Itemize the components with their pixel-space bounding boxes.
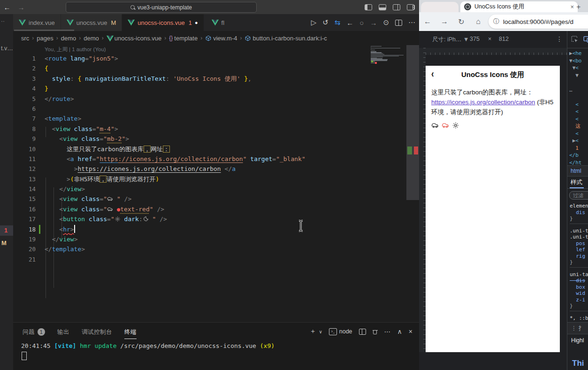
dom-tree-row[interactable]: ▼<bo bbox=[569, 57, 582, 65]
code-line-6[interactable]: 6 bbox=[13, 104, 419, 114]
terminal-instance[interactable]: >_ node bbox=[329, 328, 352, 335]
css-rule-line[interactable]: rig bbox=[570, 253, 588, 260]
customize-layout-icon[interactable] bbox=[407, 4, 414, 10]
dom-tree-row[interactable] bbox=[569, 93, 582, 101]
styles-filter-input[interactable]: 过滤 bbox=[569, 191, 588, 200]
devtools-drawer-menu[interactable]: ⋮ 扌 bbox=[567, 322, 588, 334]
history-forward-icon[interactable]: → bbox=[14, 3, 28, 11]
code-line-10[interactable]: 10 这里只装了carbon的图表库，网址： bbox=[13, 144, 419, 154]
code-line-11[interactable]: 11 <a href="https://icones.js.org/collec… bbox=[13, 154, 419, 164]
page-link[interactable]: https://icones.js.org/collection/carbon bbox=[431, 99, 535, 106]
breadcrumb-item[interactable]: src bbox=[21, 35, 29, 42]
dom-tree-row[interactable]: 这 bbox=[569, 123, 582, 130]
panel-maximize-icon[interactable]: ∧ bbox=[397, 328, 402, 335]
dom-tree-row[interactable]: < bbox=[569, 130, 582, 138]
breadcrumb-item[interactable]: demo bbox=[61, 35, 76, 42]
toggle-panel-icon[interactable] bbox=[379, 4, 386, 10]
inspect-element-icon[interactable] bbox=[571, 35, 579, 43]
editor-action-icon-2[interactable]: ⇆ bbox=[335, 18, 341, 27]
elements-breadcrumb[interactable]: html bbox=[567, 165, 588, 177]
panel-more-icon[interactable]: ⋯ bbox=[384, 328, 391, 335]
dom-tree-row[interactable]: < bbox=[569, 108, 582, 116]
dom-tree-row[interactable]: < bbox=[569, 116, 582, 123]
panel-tab-调试控制台[interactable]: 调试控制台 bbox=[82, 328, 112, 336]
css-rule-line[interactable]: pos bbox=[570, 240, 588, 247]
css-rule-line[interactable]: uni-ta bbox=[570, 271, 588, 278]
address-bar[interactable]: ⓘ localhost:9000/#/pages/d bbox=[489, 15, 588, 29]
breadcrumb[interactable]: src›pages›demo›demo›unocss-icons.vue›{}t… bbox=[21, 32, 419, 44]
editor-tab-unocss-icons.vue[interactable]: unocss-icons.vue1● bbox=[122, 14, 204, 31]
dom-tree-row[interactable]: ▶<he bbox=[569, 50, 582, 57]
css-rule-line[interactable]: .uni-t bbox=[570, 234, 588, 240]
breadcrumb-item[interactable]: unocss-icons.vue bbox=[107, 35, 161, 42]
browser-home-icon[interactable]: ⌂ bbox=[470, 17, 487, 26]
device-height[interactable]: 812 bbox=[499, 36, 509, 42]
css-rule-line[interactable]: } bbox=[570, 259, 588, 266]
toggle-sidebar-icon[interactable] bbox=[365, 4, 372, 10]
editor-action-icon-5[interactable]: → bbox=[370, 19, 377, 27]
code-line-12[interactable]: 12 >https://icones.js.org/collection/car… bbox=[13, 164, 419, 174]
code-line-20[interactable]: 20</template> bbox=[13, 244, 419, 254]
unsaved-dot-icon[interactable]: ● bbox=[195, 20, 198, 25]
code-line-4[interactable]: 4} bbox=[13, 84, 419, 93]
history-back-icon[interactable]: ← bbox=[0, 3, 14, 11]
dom-tree-row[interactable]: < bbox=[569, 101, 582, 108]
editor-action-icon-1[interactable]: ↺ bbox=[322, 18, 328, 27]
code-line-18[interactable]: 18 <hr> bbox=[13, 224, 419, 234]
browser-forward-icon[interactable]: → bbox=[436, 17, 453, 26]
code-line-9[interactable]: 9 <view class="mb-2"> bbox=[13, 134, 419, 144]
css-rule-line[interactable]: } bbox=[570, 216, 588, 222]
tab-close-icon[interactable]: × bbox=[570, 3, 574, 10]
code-line-14[interactable]: 14 </view> bbox=[13, 184, 419, 194]
css-rule-line[interactable]: wid bbox=[570, 290, 588, 297]
terminal-dropdown-icon[interactable]: ∨ bbox=[319, 329, 322, 334]
editor-tab-fl[interactable]: fl bbox=[204, 14, 230, 31]
new-tab-icon[interactable]: ＋ bbox=[575, 2, 582, 11]
dom-tree-row[interactable] bbox=[569, 79, 582, 86]
code-line-7[interactable]: 7<template> bbox=[13, 114, 419, 123]
split-terminal-icon[interactable] bbox=[359, 329, 366, 335]
css-rule-line[interactable]: *, ::b bbox=[570, 315, 588, 322]
device-mode-icon[interactable] bbox=[583, 35, 588, 43]
editor-action-icon-0[interactable]: ▷ bbox=[311, 18, 317, 27]
browser-back-icon[interactable]: ← bbox=[419, 17, 436, 26]
breadcrumb-item[interactable]: view.m-4 bbox=[205, 35, 237, 42]
dom-tree-row[interactable]: … bbox=[569, 86, 582, 94]
styles-tab[interactable]: 样式 bbox=[567, 176, 588, 189]
css-rule-line[interactable]: lef bbox=[570, 247, 588, 253]
site-info-icon[interactable]: ⓘ bbox=[493, 17, 499, 26]
chrome-active-tab[interactable]: UnoCss Icons 使用 × bbox=[460, 1, 578, 12]
editor-action-icon-7[interactable] bbox=[395, 20, 402, 26]
css-rule-line[interactable]: elemen bbox=[570, 203, 588, 209]
css-rule-line[interactable]: dis bbox=[570, 278, 588, 284]
device-menu-icon[interactable]: ⋮ bbox=[556, 35, 563, 43]
breadcrumb-item[interactable]: demo bbox=[84, 35, 99, 42]
editor-scrollbar[interactable] bbox=[406, 45, 419, 200]
toggle-secondary-sidebar-icon[interactable] bbox=[393, 4, 400, 10]
editor-tab-unocss.vue[interactable]: unocss.vueM bbox=[61, 14, 122, 31]
panel-close-icon[interactable]: × bbox=[409, 328, 412, 335]
dom-tree-row[interactable]: ▼ bbox=[569, 72, 582, 79]
editor-action-icon-8[interactable]: ⋯ bbox=[408, 18, 415, 27]
browser-reload-icon[interactable]: ↻ bbox=[453, 17, 470, 26]
editor-action-icon-3[interactable]: ← bbox=[346, 19, 353, 27]
code-line-8[interactable]: 8 <view class="m-4"> bbox=[13, 124, 419, 134]
sidebar-file-truncated[interactable]: t.v… bbox=[1, 45, 13, 52]
panel-tab-输出[interactable]: 输出 bbox=[57, 328, 69, 336]
editor-action-icon-6[interactable]: ⊙ bbox=[383, 18, 389, 27]
css-rule-line[interactable]: } bbox=[570, 303, 588, 309]
css-rule-line[interactable]: z-i bbox=[570, 297, 588, 303]
code-line-16[interactable]: 16 <view class=" ●text-red" /> bbox=[13, 204, 419, 214]
device-size-select[interactable]: 尺寸: iPh… ▼ bbox=[432, 36, 469, 44]
new-terminal-icon[interactable]: ＋ bbox=[309, 327, 316, 336]
sidebar-overflow[interactable]: ·· bbox=[1, 18, 5, 24]
code-line-1[interactable]: 1<route lang="json5"> bbox=[13, 54, 419, 63]
editor-tab-index.vue[interactable]: index.vue bbox=[13, 14, 61, 31]
code-line-17[interactable]: 17 <button class=" dark: " /> bbox=[13, 214, 419, 224]
breadcrumb-item[interactable]: button.i-carbon-sun.dark:i-c bbox=[244, 35, 327, 42]
command-center-search[interactable]: vue3-uniapp-template bbox=[66, 2, 257, 13]
dom-tree-row[interactable]: ▶< bbox=[569, 137, 582, 145]
code-line-13[interactable]: 13 >(非H5环境，请使用浏览器打开) bbox=[13, 174, 419, 184]
dom-tree-row[interactable]: ▼< bbox=[569, 64, 582, 72]
css-rule-line[interactable]: dis bbox=[570, 209, 588, 216]
